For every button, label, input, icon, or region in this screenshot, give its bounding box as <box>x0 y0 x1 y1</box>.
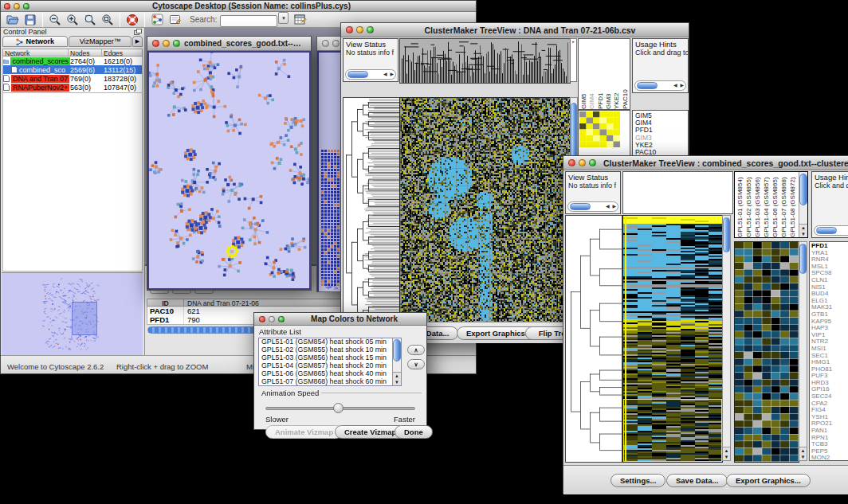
scroll-arrows-icon[interactable]: ◀ ▶ <box>673 81 685 90</box>
minimize-button[interactable] <box>269 316 275 322</box>
tv2-zoom-heatmap-canvas[interactable] <box>734 241 799 463</box>
zoom-selected-button[interactable] <box>81 12 99 28</box>
main-title-bar[interactable]: Cytoscape Desktop (Session Name: collins… <box>1 1 476 12</box>
tv2-heatmap-vscrollbar[interactable]: ▲▼ <box>722 215 731 461</box>
minimize-button[interactable] <box>356 26 363 33</box>
tv1-heatmap-canvas[interactable] <box>399 97 571 338</box>
faster-label: Faster <box>394 415 415 424</box>
column-label[interactable]: PAC10 <box>622 41 630 109</box>
column-label[interactable]: PFD1 <box>597 41 605 109</box>
col-network[interactable]: Network <box>3 49 69 56</box>
col-nodes[interactable]: Nodes <box>69 49 102 56</box>
help-button[interactable] <box>124 12 141 28</box>
dialog-title-bar[interactable]: Map Colors to Network <box>254 313 426 326</box>
tv1-column-strip[interactable]: ▸ <box>570 38 577 82</box>
search-dropdown-arrow-icon[interactable]: ▼ <box>278 12 289 24</box>
close-button[interactable] <box>346 26 353 33</box>
minimize-button[interactable] <box>332 40 340 47</box>
document-icon <box>3 84 10 91</box>
vizmap-button[interactable] <box>148 12 166 28</box>
tab-overflow-arrow[interactable]: ▶ <box>132 36 143 47</box>
settings-button[interactable]: Settings... <box>610 474 665 487</box>
network-row-combined-sco-selected[interactable]: combined_sco 2569(6) 13112(15) <box>3 65 142 74</box>
network-canvas[interactable] <box>149 53 309 288</box>
search-combobox[interactable]: ▼ <box>220 12 277 27</box>
tv1-usage-hints-panel: Usage Hints Click and drag tc ◀ ▶ <box>632 38 689 93</box>
network-row-dna-and-tran[interactable]: DNA and Tran 07 769(0) 183728(0) <box>3 74 142 83</box>
attribute-list[interactable]: ▲▼ GPL51-01 (GSM854) heat shock 05 minGP… <box>258 338 402 386</box>
scroll-arrows-icon[interactable]: ▲▼ <box>799 447 807 460</box>
zoom-fit-button[interactable] <box>99 12 116 28</box>
col-edges[interactable]: Edges <box>102 49 142 56</box>
move-up-button[interactable]: ∧ <box>407 345 425 355</box>
scroll-arrows-icon[interactable]: ▲▼ <box>393 372 401 385</box>
zoom-button[interactable] <box>173 40 180 47</box>
gene-label[interactable]: MON2 <box>810 455 848 461</box>
tv2-gene-dendrogram[interactable] <box>565 215 622 463</box>
control-panel: Control Panel Network VizMapper™ ▶ Netwo… <box>1 28 145 355</box>
minimize-button[interactable] <box>14 3 20 10</box>
zoom-button[interactable] <box>367 26 374 33</box>
col-id[interactable]: ID <box>147 299 184 306</box>
column-label[interactable]: GPL51-01 (GSM854) <box>736 172 745 237</box>
network-row-rnapubernov2[interactable]: RNAPuberNov2+ 563(0) 107847(0) <box>3 83 142 92</box>
network1-title-bar[interactable]: combined_scores_good.txt--cluste... <box>147 37 311 51</box>
close-button[interactable] <box>259 316 265 322</box>
tv1-zoom-matrix-canvas[interactable] <box>579 111 620 147</box>
column-label[interactable]: GPL51-03 (GSM856) <box>754 172 763 237</box>
zoom-button[interactable] <box>278 316 285 322</box>
export-graphics-button[interactable]: Export Graphics... <box>726 474 811 487</box>
zoom-button[interactable] <box>23 3 29 10</box>
attribute-batch-button[interactable] <box>292 12 309 28</box>
tv2-heatmap-canvas[interactable] <box>622 215 723 463</box>
usage-hints-scrollbar[interactable]: ◀ ▶ <box>634 80 686 91</box>
view-status-scrollbar[interactable]: ◀ ▶ <box>345 69 396 80</box>
treeview2-title-bar[interactable]: ClusterMaker TreeView : combined_scores_… <box>563 156 848 170</box>
column-label[interactable]: GPL51-08 (GSM872) <box>789 172 798 237</box>
tv1-row-dendrogram[interactable] <box>343 97 400 338</box>
column-label[interactable]: GPL51-04 (GSM857) <box>763 172 771 237</box>
annotation-button[interactable] <box>166 12 183 28</box>
tv2-zoom-vscrollbar[interactable]: ▲▼ <box>799 241 807 461</box>
birdseye-overview-canvas[interactable] <box>2 272 143 357</box>
done-button[interactable]: Done <box>395 425 433 439</box>
scroll-arrows-icon[interactable]: ◀ ▶ <box>606 202 617 211</box>
tv2-column-labels-vscrollbar[interactable]: ▲▼ <box>799 172 807 237</box>
column-label[interactable]: GIM3 <box>605 41 613 109</box>
search-input[interactable] <box>220 15 277 27</box>
scroll-arrows-icon[interactable]: ◀ ▶ <box>383 70 395 79</box>
usage-hints-scrollbar[interactable]: ◀ ▶ <box>814 225 848 236</box>
close-button[interactable] <box>568 159 575 166</box>
attribute-list-item[interactable]: GPL51-07 (GSM868) heat shock 60 min <box>259 378 401 386</box>
zoom-in-button[interactable] <box>64 12 81 28</box>
view-status-scrollbar[interactable]: ◀ ▶ <box>567 201 618 212</box>
scroll-arrows-icon[interactable]: ▲▼ <box>799 224 807 237</box>
column-label[interactable]: YKE2 <box>613 41 621 109</box>
animate-vizmap-button[interactable]: Animate Vizmap <box>265 425 343 439</box>
column-label[interactable]: GPL51-02 (GSM855) <box>745 172 754 237</box>
zoom-out-button[interactable] <box>46 12 64 28</box>
scroll-arrows-icon[interactable]: ▲▼ <box>723 447 730 460</box>
zoom-button[interactable] <box>589 159 596 166</box>
treeview1-title-bar[interactable]: ClusterMaker TreeView : DNA and Tran 07-… <box>341 23 689 37</box>
animation-speed-slider-thumb[interactable] <box>333 403 344 413</box>
float-panel-icon[interactable] <box>134 29 142 35</box>
close-button[interactable] <box>152 40 159 47</box>
close-button[interactable] <box>322 40 329 47</box>
close-button[interactable] <box>4 3 10 10</box>
tab-vizmapper[interactable]: VizMapper™ <box>69 36 132 47</box>
network-row-combined-scores[interactable]: combined_scores 2764(0) 16218(0) <box>3 57 142 65</box>
tv1-column-dendrogram[interactable] <box>399 38 571 84</box>
minimize-button[interactable] <box>579 159 586 166</box>
save-session-button[interactable] <box>22 12 39 28</box>
column-label[interactable]: GPL51-07 (GSM868) <box>780 172 789 237</box>
tab-network[interactable]: Network <box>2 36 68 47</box>
column-label[interactable]: GIM5 <box>580 41 588 109</box>
move-down-button[interactable]: ∨ <box>407 359 425 369</box>
open-session-button[interactable] <box>4 12 22 28</box>
column-label[interactable]: GPL51-06 (GSM865) <box>771 172 780 237</box>
column-label[interactable]: GIM4 <box>588 41 596 109</box>
save-data-button[interactable]: Save Data... <box>666 474 728 487</box>
minimize-button[interactable] <box>163 40 170 47</box>
attribute-list-vscrollbar[interactable]: ▲▼ <box>392 338 401 385</box>
